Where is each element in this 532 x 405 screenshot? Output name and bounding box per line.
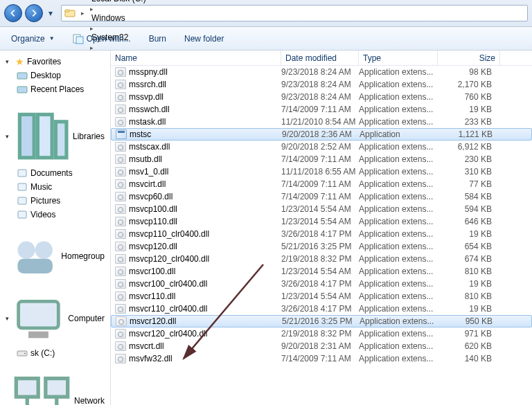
chevron-right-icon[interactable]: ▸ (87, 6, 96, 12)
file-type: Application extens... (359, 279, 438, 289)
file-row[interactable]: msvfw32.dll7/14/2009 7:11 AMApplication … (111, 352, 532, 365)
computer-header[interactable]: ▾ Computer (0, 290, 110, 346)
dll-icon (115, 217, 126, 226)
sidebar-item[interactable]: Music (0, 180, 110, 194)
file-date: 9/20/2018 2:36 AM (282, 129, 360, 139)
svg-rect-12 (18, 211, 26, 218)
file-row[interactable]: msvcp110_clr0400.dll3/26/2018 4:17 PMApp… (111, 228, 532, 240)
file-name: msvfw32.dll (129, 354, 172, 363)
dll-icon (115, 67, 126, 77)
file-name: msv1_0.dll (129, 167, 168, 177)
file-row[interactable]: msutb.dll7/14/2009 7:11 AMApplication ex… (111, 153, 532, 165)
file-type: Application extens... (359, 242, 438, 251)
file-row[interactable]: msv1_0.dll11/11/2018 6:55 AMApplication … (111, 165, 532, 178)
sidebar-item[interactable]: Pictures (0, 194, 110, 208)
file-date: 7/14/2009 7:11 AM (281, 179, 359, 189)
file-row[interactable]: mstask.dll11/21/2010 8:54 AMApplication … (111, 116, 532, 128)
file-row[interactable]: msswch.dll7/14/2009 7:11 AMApplication e… (111, 103, 532, 116)
file-size: 77 KB (438, 179, 500, 189)
file-date: 3/26/2018 4:17 PM (281, 304, 359, 314)
file-row[interactable]: msvcr120_clr0400.dll2/19/2018 8:32 PMApp… (111, 327, 532, 340)
file-type: Application extens... (359, 167, 438, 177)
file-row[interactable]: msvcp60.dll7/14/2009 7:11 AMApplication … (111, 190, 532, 203)
file-name: msvcrt.dll (129, 341, 164, 351)
chevron-right-icon: ▸ (78, 10, 87, 17)
file-name: msvcp100.dll (129, 204, 177, 214)
dll-icon (115, 279, 126, 289)
file-row[interactable]: msvcirt.dll7/14/2009 7:11 AMApplication … (111, 178, 532, 190)
dll-icon (115, 105, 126, 114)
libraries-header[interactable]: ▾ Libraries (0, 106, 110, 166)
file-type: Application extens... (359, 117, 438, 127)
file-date: 7/14/2009 7:11 AM (281, 354, 359, 363)
file-row[interactable]: mstsc9/20/2018 2:36 AMApplication1,121 K… (111, 128, 532, 141)
file-name: msvcr110_clr0400.dll (129, 304, 207, 314)
svg-rect-3 (76, 37, 83, 44)
file-type: Application extens... (359, 192, 438, 201)
file-name: msvcp120.dll (129, 242, 177, 251)
file-row[interactable]: msvcp110.dll1/23/2014 5:54 AMApplication… (111, 215, 532, 228)
sidebar-item[interactable]: Recent Places (0, 82, 110, 96)
sidebar-item[interactable]: Documents (0, 166, 110, 180)
file-row[interactable]: mstscax.dll9/20/2018 2:52 AMApplication … (111, 141, 532, 153)
file-date: 11/11/2018 6:55 AM (281, 167, 359, 177)
column-header-type[interactable]: Type (359, 51, 438, 65)
homegroup-item[interactable]: ▸ Homegroup (0, 231, 110, 280)
sidebar-item-drive[interactable]: sk (C:) (0, 346, 110, 360)
file-row[interactable]: msvcrt.dll9/20/2018 2:31 AMApplication e… (111, 340, 532, 352)
dll-icon (115, 291, 126, 301)
file-name: msvcirt.dll (129, 179, 166, 189)
file-row[interactable]: msspny.dll9/23/2018 8:24 AMApplication e… (111, 66, 532, 78)
network-item[interactable]: ▸ Network (0, 370, 110, 405)
file-row[interactable]: mssvp.dll9/23/2018 8:24 AMApplication ex… (111, 91, 532, 103)
file-name: msvcr120.dll (130, 316, 176, 326)
dll-icon (115, 142, 126, 152)
file-size: 230 KB (438, 154, 500, 164)
file-row[interactable]: msvcp120.dll5/21/2016 3:25 PMApplication… (111, 240, 532, 253)
file-row[interactable]: msvcr100_clr0400.dll3/26/2018 4:17 PMApp… (111, 278, 532, 290)
file-date: 1/23/2014 5:54 AM (281, 204, 359, 214)
column-header-size[interactable]: Size (438, 51, 500, 65)
file-date: 1/23/2014 5:54 AM (281, 267, 359, 276)
breadcrumb-segment[interactable]: Windows (87, 13, 149, 23)
file-name: msvcr100.dll (129, 267, 175, 276)
file-row[interactable]: msvcr100.dll1/23/2014 5:54 AMApplication… (111, 265, 532, 278)
file-name: msvcp120_clr0400.dll (129, 254, 209, 264)
column-header-date[interactable]: Date modified (281, 51, 359, 65)
file-row[interactable]: mssrch.dll9/23/2018 8:24 AMApplication e… (111, 78, 532, 91)
new-folder-button[interactable]: New folder (179, 32, 229, 46)
file-type: Application extens... (360, 316, 438, 326)
dll-icon (115, 204, 126, 214)
sidebar-item[interactable]: Videos (0, 208, 110, 222)
file-type: Application extens... (359, 329, 438, 339)
file-type: Application extens... (359, 354, 438, 363)
computer-icon (12, 291, 65, 345)
file-size: 310 KB (438, 167, 500, 177)
nav-forward-button[interactable] (25, 4, 43, 22)
favorites-header[interactable]: ▾ ★ Favorites (0, 55, 110, 69)
svg-point-14 (35, 242, 53, 259)
file-row[interactable]: msvcr110.dll1/23/2014 5:54 AMApplication… (111, 290, 532, 303)
address-bar[interactable]: ▸ Computer▸Local Disk (C:)▸Windows▸Syste… (61, 5, 528, 21)
file-row[interactable]: msvcp120_clr0400.dll2/19/2018 8:32 PMApp… (111, 253, 532, 265)
library-icon (17, 181, 28, 192)
dll-icon (115, 192, 126, 201)
file-type: Application (360, 129, 438, 139)
file-date: 2/19/2018 8:32 PM (281, 329, 359, 339)
file-date: 1/23/2014 5:54 AM (281, 291, 359, 301)
nav-back-button[interactable] (4, 4, 22, 22)
file-name: msutb.dll (129, 154, 162, 164)
organize-button[interactable]: Organize▼ (6, 32, 60, 46)
application-icon (116, 129, 127, 139)
file-row[interactable]: msvcp100.dll1/23/2014 5:54 AMApplication… (111, 203, 532, 215)
nav-history-dropdown[interactable]: ▾ (46, 7, 55, 19)
sidebar-item[interactable]: Desktop (0, 69, 110, 82)
file-row[interactable]: msvcr110_clr0400.dll3/26/2018 4:17 PMApp… (111, 303, 532, 315)
burn-button[interactable]: Burn (143, 32, 172, 46)
breadcrumb-segment[interactable]: Local Disk (C:) (87, 0, 149, 3)
file-name: msvcr110.dll (129, 291, 175, 301)
open-with-button[interactable]: Open with... (67, 31, 136, 46)
file-row[interactable]: msvcr120.dll5/21/2016 3:25 PMApplication… (111, 315, 532, 327)
column-header-name[interactable]: Name (111, 51, 281, 65)
dll-icon (115, 154, 126, 164)
